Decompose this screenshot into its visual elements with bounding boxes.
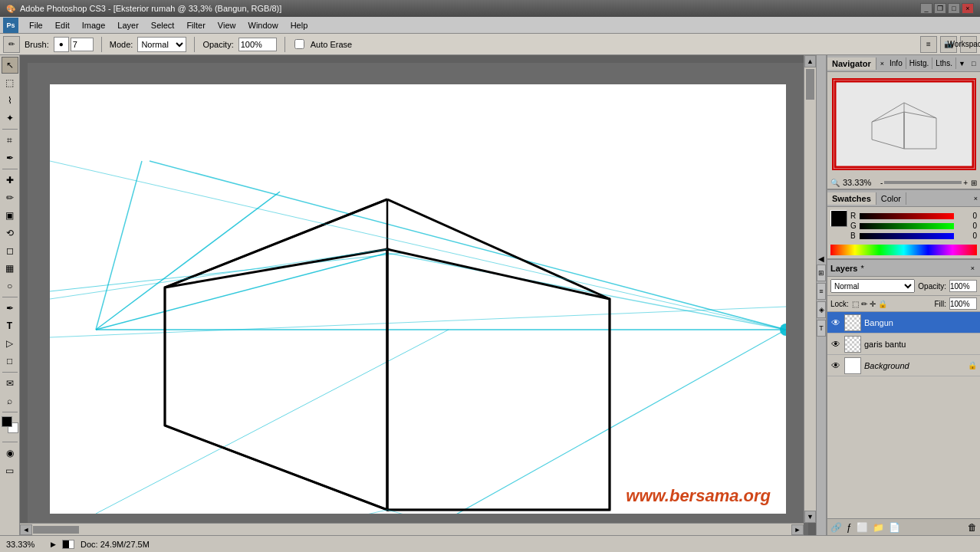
fg-color-swatch[interactable] [2, 416, 12, 427]
tool-icon-extra2[interactable]: ≡ [817, 283, 826, 300]
restore-btn[interactable]: ❒ [934, 3, 946, 14]
fill-value-input[interactable] [949, 297, 977, 310]
menu-filter[interactable]: Filter [180, 19, 211, 31]
crop-tool[interactable]: ⌗ [2, 132, 18, 149]
layers-title[interactable]: Layers [830, 264, 857, 273]
tool-icon-extra3[interactable]: ◈ [817, 301, 826, 318]
panel-max-btn[interactable]: □ [969, 60, 978, 67]
histogram-tab[interactable]: Histg. [906, 58, 933, 69]
zoom-out-icon[interactable]: 🔍 [830, 179, 840, 187]
fg-color-box[interactable] [830, 210, 847, 227]
menu-window[interactable]: Window [242, 19, 284, 31]
tool-icon-extra4[interactable]: T [817, 320, 826, 337]
text-tool[interactable]: T [2, 317, 18, 334]
hscroll-left-btn[interactable]: ◄ [20, 524, 32, 535]
move-tool[interactable]: ↖ [2, 57, 18, 74]
quickmask-tool[interactable]: ◉ [2, 445, 18, 462]
path-select-tool[interactable]: ▷ [2, 335, 18, 352]
layer-bangun-eye[interactable]: 👁 [830, 317, 841, 328]
menu-help[interactable]: Help [284, 19, 314, 31]
r-slider[interactable] [860, 213, 954, 219]
menu-file[interactable]: File [23, 19, 49, 31]
horizontal-scrollbar[interactable]: ◄ ► [20, 523, 804, 535]
heal-tool[interactable]: ✚ [2, 172, 18, 189]
menu-view[interactable]: View [212, 19, 242, 31]
panel-min-btn[interactable]: ▼ [956, 60, 968, 67]
new-layer-btn[interactable]: 📄 [889, 522, 900, 533]
color-panel-close[interactable]: × [972, 195, 980, 202]
layer-background[interactable]: 👁 Background 🔒 [827, 355, 980, 376]
info-tab[interactable]: Info [886, 58, 906, 69]
hscroll-right-btn[interactable]: ► [791, 524, 804, 535]
hscroll-thumb[interactable] [33, 526, 79, 534]
workspace-btn[interactable]: Workspace ▾ [960, 36, 977, 53]
layers-opacity-input[interactable] [949, 280, 977, 292]
zoom-slider-area[interactable]: - + [880, 179, 968, 187]
options-icon1[interactable]: ≡ [920, 36, 937, 53]
layer-style-btn[interactable]: ƒ [847, 522, 852, 533]
tool-icon-extra1[interactable]: ⊞ [817, 264, 826, 281]
status-triangle-btn[interactable]: ▶ [51, 540, 56, 548]
b-slider[interactable] [860, 233, 954, 239]
zoom-minus-btn[interactable]: - [880, 179, 883, 187]
layer-bg-eye[interactable]: 👁 [830, 360, 841, 371]
history-tool[interactable]: ⟲ [2, 225, 18, 242]
g-slider[interactable] [860, 223, 954, 229]
opacity-input[interactable] [238, 38, 277, 51]
layer-garis-eye[interactable]: 👁 [830, 339, 841, 350]
brush-size-input[interactable]: 7 [71, 38, 94, 51]
vscroll-up-btn[interactable]: ▲ [804, 55, 816, 67]
layers-panel-close[interactable]: × [968, 264, 977, 272]
collapse-icon1[interactable]: ◀ [818, 255, 824, 263]
mode-select[interactable]: Normal Dissolve Multiply [137, 37, 186, 52]
brush-preview[interactable]: ● [54, 37, 69, 52]
lock-transparent-icon[interactable]: ⬚ [852, 300, 859, 308]
layer-mask-btn[interactable]: ⬜ [857, 522, 868, 533]
stamp-tool[interactable]: ▣ [2, 207, 18, 224]
delete-layer-btn[interactable]: 🗑 [968, 522, 977, 533]
main-canvas[interactable]: www.bersama.org [50, 84, 786, 514]
canvas-area[interactable]: www.bersama.org ▲ ▼ ◄ ► [20, 55, 816, 535]
magic-wand-tool[interactable]: ✦ [2, 110, 18, 127]
layers-blend-mode[interactable]: Normal Multiply [830, 279, 915, 293]
eyedropper-tool[interactable]: ✒ [2, 150, 18, 166]
menu-layer[interactable]: Layer [111, 19, 145, 31]
screen-mode-tool[interactable]: ▭ [2, 462, 18, 479]
pen-tool[interactable]: ✒ [2, 300, 18, 317]
link-layers-btn[interactable]: 🔗 [830, 522, 842, 533]
layer-garis-bantu[interactable]: 👁 garis bantu [827, 334, 980, 355]
menu-image[interactable]: Image [76, 19, 112, 31]
lasso-tool[interactable]: ⌇ [2, 92, 18, 109]
lock-image-icon[interactable]: ✏ [861, 300, 867, 308]
menu-select[interactable]: Select [145, 19, 181, 31]
panel-collapse-strip[interactable]: ◀ ⊞ ≡ ◈ T [816, 55, 827, 535]
menu-edit[interactable]: Edit [49, 19, 76, 31]
color-swatches[interactable] [2, 416, 18, 438]
vscroll-down-btn[interactable]: ▼ [804, 511, 816, 523]
layer-bangun[interactable]: 👁 Bangun [827, 312, 980, 334]
hscroll-track[interactable] [32, 525, 791, 534]
vscroll-track[interactable] [804, 67, 816, 511]
navigator-close[interactable]: × [878, 60, 886, 67]
shape-tool[interactable]: □ [2, 353, 18, 370]
zoom-plus-btn[interactable]: + [963, 179, 968, 187]
lock-all-icon[interactable]: 🔒 [878, 300, 887, 308]
vscroll-thumb[interactable] [806, 69, 814, 100]
lock-position-icon[interactable]: ✛ [870, 300, 876, 308]
vertical-scrollbar[interactable]: ▲ ▼ [804, 55, 816, 523]
eraser-tool[interactable]: ◻ [2, 242, 18, 259]
dodge-tool[interactable]: ○ [2, 278, 18, 294]
zoom-tool[interactable]: ⌕ [2, 393, 18, 409]
notes-tool[interactable]: ✉ [2, 375, 18, 392]
marquee-tool[interactable]: ⬚ [2, 74, 18, 91]
zoom-slider[interactable] [884, 181, 962, 184]
spectrum-bar[interactable] [830, 245, 977, 255]
lths-tab[interactable]: Lths. [932, 58, 956, 69]
color-tab[interactable]: Color [876, 192, 906, 205]
new-group-btn[interactable]: 📁 [873, 522, 884, 533]
gradient-tool[interactable]: ▦ [2, 260, 18, 277]
minimize-btn[interactable]: _ [920, 3, 932, 14]
swatches-tab[interactable]: Swatches [827, 192, 876, 205]
zoom-expand-btn[interactable]: ⊞ [971, 179, 977, 187]
close-btn[interactable]: × [962, 3, 974, 14]
